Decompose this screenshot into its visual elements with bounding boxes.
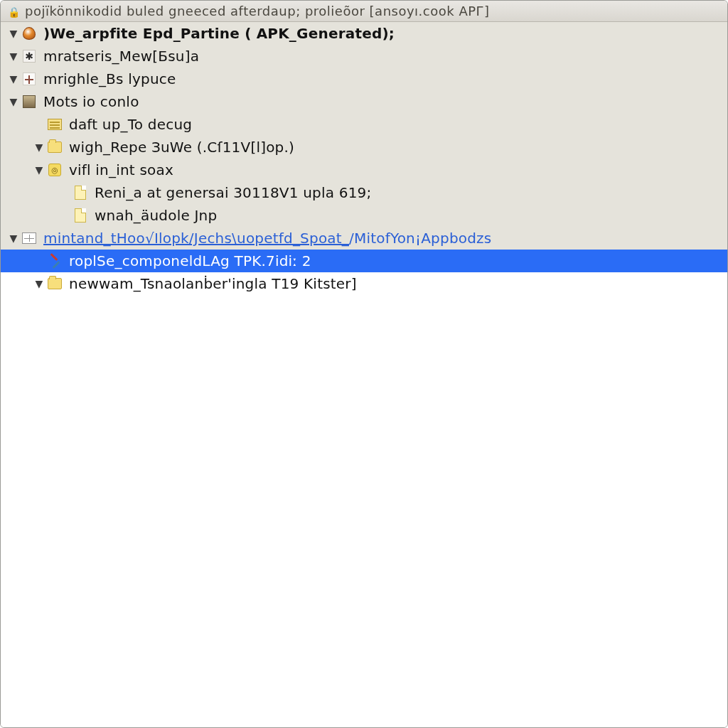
disclosure-triangle-icon[interactable]: ▼: [32, 277, 46, 291]
tree-row-label: wnah_äudole Jnp: [95, 207, 217, 224]
tree-row[interactable]: ▼mrighle_Bs lypuce: [1, 68, 727, 90]
tree-row-label: Mots io conlo: [43, 93, 139, 110]
disclosure-triangle-icon[interactable]: ▼: [6, 231, 21, 245]
spider-icon: [21, 48, 38, 65]
tree-row-label: daft up_To decug: [69, 116, 192, 133]
grid-icon: [21, 230, 38, 247]
tree-row[interactable]: ▼)We_arpfite Epd_Partine ( APK_Generated…: [1, 22, 727, 45]
tools-icon: [46, 252, 63, 269]
file-icon: [72, 184, 89, 201]
lock-icon: 🔒: [6, 5, 19, 18]
disclosure-triangle-icon[interactable]: ▼: [6, 26, 21, 41]
disclosure-triangle-icon[interactable]: ▼: [32, 163, 46, 177]
tree-row-label: mrighle_Bs lypuce: [43, 70, 176, 87]
folder-icon: [46, 139, 63, 156]
board-icon: [46, 116, 63, 133]
tree-row[interactable]: ▼newwam_Tsnaolanḃer'ingla T19 Kitster]: [1, 272, 727, 295]
tree-row[interactable]: daft up_To decug: [1, 113, 727, 136]
folder-icon: [46, 275, 63, 292]
disclosure-triangle-icon[interactable]: ▼: [32, 140, 46, 154]
tree-row[interactable]: ▼mratseris_Mew[Бsu]a: [1, 45, 727, 68]
photo-icon: [21, 93, 38, 110]
project-tree[interactable]: ▼)We_arpfite Epd_Partine ( APK_Generated…: [1, 22, 727, 727]
tree-row-label: )We_arpfite Epd_Partine ( APK_Generated)…: [43, 25, 395, 42]
disclosure-spacer: [58, 208, 72, 223]
tree-row-label: wigh_Repe ЗuWe (.Cſ11V[l]op.): [69, 139, 294, 156]
tree-row[interactable]: Reni_a at genersai 30118V1 upla 619;: [1, 181, 727, 204]
disclosure-triangle-icon[interactable]: ▼: [6, 95, 21, 109]
tree-row[interactable]: ▼Mots io conlo: [1, 90, 727, 113]
file-icon: [72, 207, 89, 224]
titlebar: 🔒 pojïkönnikodid buled gneeced afterdaup…: [1, 1, 727, 22]
tree-row-label: mratseris_Mew[Бsu]a: [43, 48, 199, 65]
tree-row[interactable]: wnah_äudole Jnp: [1, 204, 727, 227]
window-title: pojïkönnikodid buled gneeced afterdaup; …: [25, 4, 490, 18]
disclosure-spacer: [58, 186, 72, 200]
tree-row[interactable]: roplSe_componeldLAg TPK.7idiː 2: [1, 250, 727, 272]
tree-row-label: newwam_Tsnaolanḃer'ingla T19 Kitster]: [69, 275, 357, 292]
disclosure-spacer: [32, 117, 46, 132]
disclosure-spacer: [32, 254, 46, 268]
tree-row-label: mintand_tHoo√Ilopk/Jechs\uopetfd_Spoat_/…: [43, 230, 491, 247]
tree-row[interactable]: ▼mintand_tHoo√Ilopk/Jechs\uopetfd_Spoat_…: [1, 227, 727, 250]
disclosure-triangle-icon[interactable]: ▼: [6, 49, 21, 63]
shield-icon: [21, 25, 38, 42]
tree-row-label: vifl in_int soax: [69, 161, 173, 178]
project-tree-window: 🔒 pojïkönnikodid buled gneeced afterdaup…: [0, 0, 728, 728]
tree-row[interactable]: ▼◎vifl in_int soax: [1, 159, 727, 181]
tree-row[interactable]: ▼wigh_Repe ЗuWe (.Cſ11V[l]op.): [1, 136, 727, 159]
tree-row-label: roplSe_componeldLAg TPK.7idiː 2: [69, 252, 311, 269]
tree-row-label: Reni_a at genersai 30118V1 upla 619;: [95, 184, 371, 201]
cross-icon: [21, 70, 38, 87]
package-icon: ◎: [46, 161, 63, 178]
disclosure-triangle-icon[interactable]: ▼: [6, 72, 21, 86]
